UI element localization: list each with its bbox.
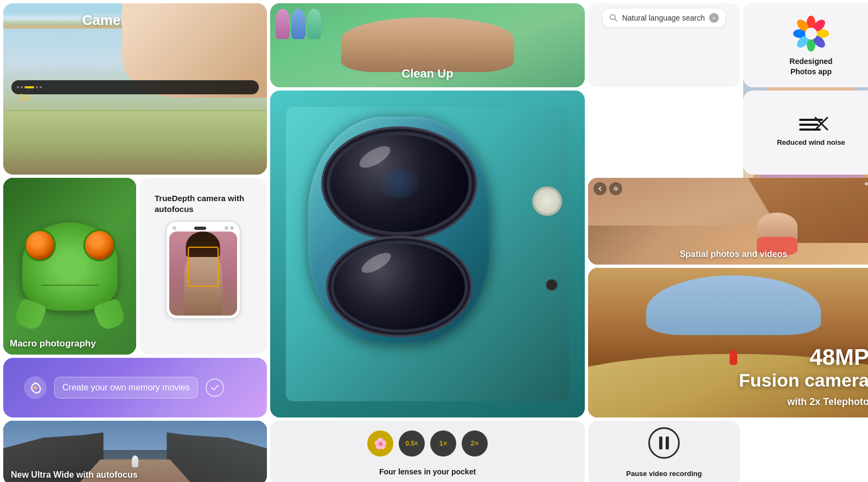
frog-body	[22, 222, 117, 311]
half-x-lens-button[interactable]: 0.5×	[399, 430, 425, 457]
phone-frame	[165, 221, 241, 319]
camera-control-card: Camera Control 1×	[3, 3, 267, 175]
spatial-title: Spatial photos and videos	[588, 249, 868, 259]
four-lenses-label: Four lenses in your pocket	[379, 467, 476, 476]
fusion-main-line2: Fusion camera	[739, 370, 868, 390]
spatial-card: Spatial photos and videos	[588, 178, 868, 265]
svg-point-14	[615, 188, 617, 190]
svg-point-15	[614, 187, 618, 191]
flash-module	[534, 189, 559, 214]
search-icon	[609, 14, 618, 22]
truedepth-card: TrueDepth camera with autofocus	[139, 178, 267, 355]
macro-title: Macro photography	[10, 338, 96, 349]
pause-icon	[659, 436, 669, 449]
memory-input[interactable]: Create your own memory movies	[54, 377, 198, 399]
svg-line-1	[615, 19, 617, 21]
check-icon	[210, 383, 219, 392]
ultrawide-card: New Ultra Wide with autofocus	[3, 421, 267, 482]
photos-redesigned-card: Redesigned Photos app	[743, 3, 868, 87]
wind-noise-label: Reduced wind noise	[777, 138, 845, 146]
frog-eye-left	[25, 231, 54, 260]
photos-app-icon	[792, 14, 831, 53]
four-lenses-card: 🌸 0.5× 1× 2× Four lenses in your pocket	[270, 421, 585, 482]
fusion-main-line1: 48MP	[809, 344, 868, 370]
swirl-icon	[28, 381, 42, 395]
lens-housing	[308, 117, 490, 343]
svg-point-11	[805, 28, 817, 40]
ultrawide-title: New Ultra Wide with autofocus	[11, 470, 138, 480]
natural-search-card: Natural language search ×	[588, 3, 740, 87]
svg-point-16	[34, 386, 37, 389]
one-x-lens-button[interactable]: 1×	[430, 430, 456, 457]
ghost-persons	[276, 9, 321, 39]
lens-buttons-row: 🌸 0.5× 1× 2×	[367, 430, 488, 457]
macro-photography-card: Macro photography	[3, 178, 136, 355]
microphone-dot	[547, 280, 556, 290]
spatial-back-btn[interactable]	[593, 182, 607, 195]
zoom-bar	[11, 80, 259, 94]
search-text: Natural language search	[622, 14, 705, 22]
memory-movies-card: Create your own memory movies	[3, 358, 267, 417]
truedepth-title: TrueDepth camera with autofocus	[155, 193, 252, 214]
photos-redesigned-title: Redesigned Photos app	[789, 56, 832, 77]
pause-label: Pause video recording	[626, 470, 701, 479]
cleanup-card: Clean Up	[270, 3, 585, 87]
pause-button[interactable]	[648, 427, 680, 459]
main-camera-card	[270, 91, 585, 417]
search-clear-button[interactable]: ×	[709, 13, 719, 23]
zoom-label: 1×	[18, 92, 30, 104]
bottom-lens	[334, 243, 465, 330]
fusion-title-group: 48MP Fusion camera	[739, 345, 868, 390]
pause-bar-left	[659, 436, 662, 449]
ultrawide-person	[132, 455, 138, 467]
flower-lens-button[interactable]: 🌸	[367, 430, 393, 457]
phone-screen	[169, 232, 238, 316]
two-x-lens-button[interactable]: 2×	[462, 430, 488, 457]
face-detection-box	[188, 247, 219, 287]
frog-eye-right	[85, 231, 114, 260]
fusion-subtitle: with 2x Telephoto	[787, 396, 868, 408]
memory-check-button[interactable]	[206, 378, 224, 397]
memory-text: Create your own memory movies	[62, 383, 190, 392]
search-bar[interactable]: Natural language search ×	[603, 9, 726, 27]
spatial-controls	[593, 182, 622, 195]
fusion-camera-card: 48MP Fusion camera with 2x Telephoto	[588, 268, 868, 417]
cleanup-title: Clean Up	[270, 67, 585, 81]
pause-recording-card: Pause video recording	[588, 421, 740, 482]
memory-movies-icon	[24, 376, 47, 399]
spatial-top-right-controls	[865, 182, 868, 185]
tiny-person	[730, 350, 737, 365]
photo-grid	[662, 31, 667, 82]
wind-noise-card: Reduced wind noise	[743, 91, 868, 175]
pause-bar-right	[666, 436, 669, 449]
wind-noise-icon	[799, 119, 823, 131]
top-lens	[330, 135, 469, 233]
spatial-gear-btn[interactable]	[609, 182, 622, 195]
wind-disabled-icon	[812, 114, 831, 133]
